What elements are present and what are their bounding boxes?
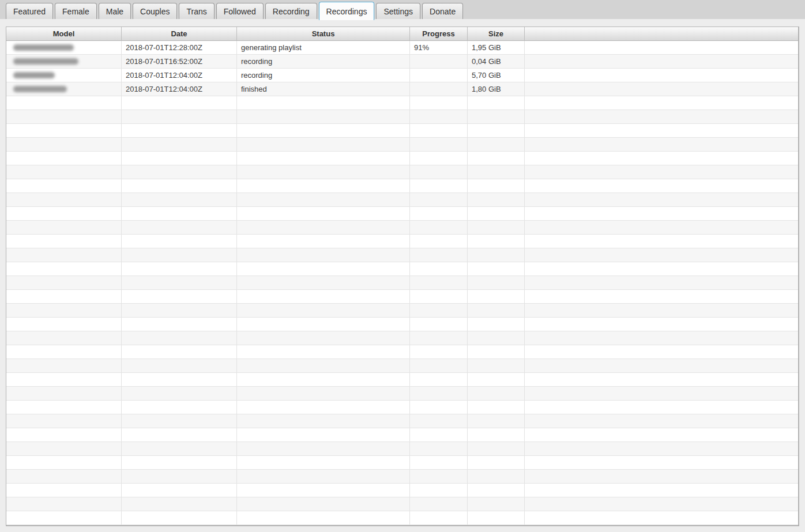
empty-cell: [6, 497, 122, 511]
table-row-empty[interactable]: [6, 110, 798, 124]
empty-cell: [468, 110, 525, 123]
tab-recordings[interactable]: Recordings: [319, 2, 375, 20]
empty-cell: [122, 262, 237, 276]
table-row-empty[interactable]: [6, 235, 798, 248]
empty-cell: [122, 359, 237, 372]
empty-cell: [410, 470, 468, 483]
table-row-empty[interactable]: [6, 290, 798, 304]
column-header-size[interactable]: Size: [468, 27, 525, 41]
empty-cell: [6, 345, 122, 359]
table-row-empty[interactable]: [6, 152, 798, 165]
empty-cell: [6, 165, 122, 179]
empty-cell: [468, 456, 525, 469]
table-row-empty[interactable]: [6, 138, 798, 152]
tab-male[interactable]: Male: [99, 3, 131, 19]
table-row-empty[interactable]: [6, 414, 798, 428]
empty-cell: [525, 511, 798, 525]
table-row-empty[interactable]: [6, 331, 798, 345]
column-header-model[interactable]: Model: [6, 27, 122, 41]
table-row-empty[interactable]: [6, 262, 798, 276]
empty-cell: [525, 414, 798, 428]
empty-cell: [122, 124, 237, 137]
empty-cell: [410, 401, 468, 414]
table-row-empty[interactable]: [6, 497, 798, 511]
table-row[interactable]: 2018-07-01T12:04:00Zrecording5,70 GiB: [6, 69, 798, 82]
column-header-date[interactable]: Date: [122, 27, 237, 41]
empty-cell: [410, 304, 468, 317]
empty-cell: [525, 428, 798, 442]
table-row-empty[interactable]: [6, 484, 798, 497]
column-header-empty[interactable]: [525, 27, 798, 41]
table-row[interactable]: 2018-07-01T12:28:00Zgenerating playlist9…: [6, 41, 798, 55]
tab-featured[interactable]: Featured: [6, 3, 53, 19]
table-row-empty[interactable]: [6, 428, 798, 442]
empty-cell: [468, 152, 525, 165]
status-cell: finished: [237, 82, 410, 96]
table-row-empty[interactable]: [6, 207, 798, 221]
table-row-empty[interactable]: [6, 401, 798, 414]
empty-cell: [237, 456, 410, 469]
tab-trans[interactable]: Trans: [179, 3, 214, 19]
table-row[interactable]: 2018-07-01T16:52:00Zrecording0,04 GiB: [6, 55, 798, 69]
table-row-empty[interactable]: [6, 165, 798, 179]
empty-cell: [122, 96, 237, 110]
tab-settings[interactable]: Settings: [376, 3, 420, 19]
empty-cell: [525, 497, 798, 511]
empty-cell: [468, 345, 525, 359]
table-row-empty[interactable]: [6, 96, 798, 110]
table-row-empty[interactable]: [6, 373, 798, 387]
table-row[interactable]: 2018-07-01T12:04:00Zfinished1,80 GiB: [6, 82, 798, 96]
column-header-status[interactable]: Status: [237, 27, 410, 41]
empty-cell: [410, 414, 468, 428]
empty-cell: [6, 359, 122, 372]
empty-cell: [468, 304, 525, 317]
empty-cell: [122, 138, 237, 151]
empty-cell: [122, 318, 237, 331]
table-row-empty[interactable]: [6, 456, 798, 470]
table-row-empty[interactable]: [6, 359, 798, 373]
tab-recording[interactable]: Recording: [265, 3, 317, 19]
tab-followed[interactable]: Followed: [216, 3, 264, 19]
progress-cell: [410, 69, 468, 82]
table-row-empty[interactable]: [6, 387, 798, 401]
empty-cell: [122, 193, 237, 206]
empty-cell: [468, 318, 525, 331]
empty-cell: [237, 511, 410, 525]
table-row-empty[interactable]: [6, 442, 798, 456]
empty-cell: [410, 318, 468, 331]
empty-cell: [122, 414, 237, 428]
table-row-empty[interactable]: [6, 179, 798, 193]
table-row-empty[interactable]: [6, 511, 798, 525]
empty-cell: [525, 318, 798, 331]
table-row-empty[interactable]: [6, 304, 798, 318]
empty-cell: [122, 235, 237, 248]
table-body: 2018-07-01T12:28:00Zgenerating playlist9…: [6, 41, 798, 525]
empty-cell: [525, 387, 798, 400]
table-row-empty[interactable]: [6, 124, 798, 138]
empty-cell: [525, 442, 798, 455]
empty-cell: [468, 276, 525, 289]
empty-cell: [410, 248, 468, 262]
table-row-empty[interactable]: [6, 248, 798, 262]
table-row-empty[interactable]: [6, 193, 798, 207]
table-row-empty[interactable]: [6, 470, 798, 484]
empty-cell: [468, 442, 525, 455]
empty-cell: [122, 484, 237, 497]
empty-cell: [122, 331, 237, 345]
table-row-empty[interactable]: [6, 318, 798, 331]
table-row-empty[interactable]: [6, 345, 798, 359]
empty-cell: [525, 55, 798, 68]
column-header-progress[interactable]: Progress: [410, 27, 468, 41]
empty-cell: [410, 387, 468, 400]
table-row-empty[interactable]: [6, 221, 798, 235]
empty-cell: [468, 511, 525, 525]
tab-couples[interactable]: Couples: [133, 3, 177, 19]
tab-donate[interactable]: Donate: [422, 3, 463, 19]
empty-cell: [468, 235, 525, 248]
empty-cell: [237, 331, 410, 345]
tab-female[interactable]: Female: [55, 3, 97, 19]
size-cell: 0,04 GiB: [468, 55, 525, 68]
table-row-empty[interactable]: [6, 276, 798, 290]
empty-cell: [237, 165, 410, 179]
empty-cell: [237, 248, 410, 262]
